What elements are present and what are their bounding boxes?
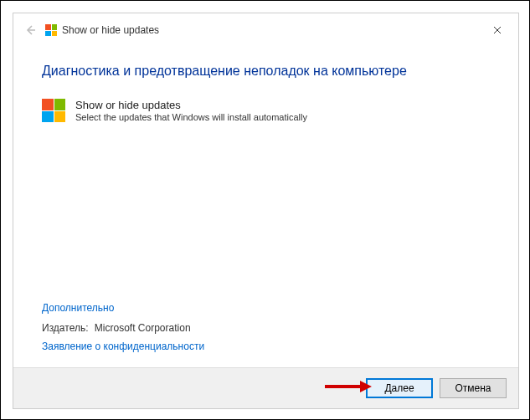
windows-logo-icon — [45, 24, 57, 36]
bottom-links: Дополнительно Издатель: Microsoft Corpor… — [42, 302, 204, 361]
titlebar: Show or hide updates — [13, 13, 518, 47]
troubleshooter-item: Show or hide updates Select the updates … — [42, 99, 490, 122]
publisher-row: Издатель: Microsoft Corporation — [42, 322, 204, 334]
window-title: Show or hide updates — [62, 24, 159, 36]
publisher-value: Microsoft Corporation — [95, 322, 191, 334]
next-button[interactable]: Далее — [366, 378, 433, 398]
troubleshooter-dialog: Show or hide updates Диагностика и предо… — [13, 13, 519, 409]
item-title: Show or hide updates — [75, 99, 307, 111]
dialog-footer: Далее Отмена — [13, 367, 518, 408]
item-subtitle: Select the updates that Windows will ins… — [75, 112, 307, 122]
item-text: Show or hide updates Select the updates … — [75, 99, 307, 122]
privacy-link[interactable]: Заявление о конфиденциальности — [42, 341, 204, 352]
close-button[interactable] — [485, 20, 510, 40]
windows-logo-icon — [42, 99, 65, 122]
cancel-button[interactable]: Отмена — [440, 378, 507, 398]
advanced-link[interactable]: Дополнительно — [42, 302, 204, 314]
content-area: Диагностика и предотвращение неполадок н… — [13, 47, 518, 367]
page-heading: Диагностика и предотвращение неполадок н… — [42, 64, 490, 79]
publisher-label: Издатель: — [42, 322, 89, 334]
back-button[interactable] — [22, 22, 39, 38]
back-arrow-icon — [23, 23, 37, 37]
close-icon — [493, 26, 502, 34]
